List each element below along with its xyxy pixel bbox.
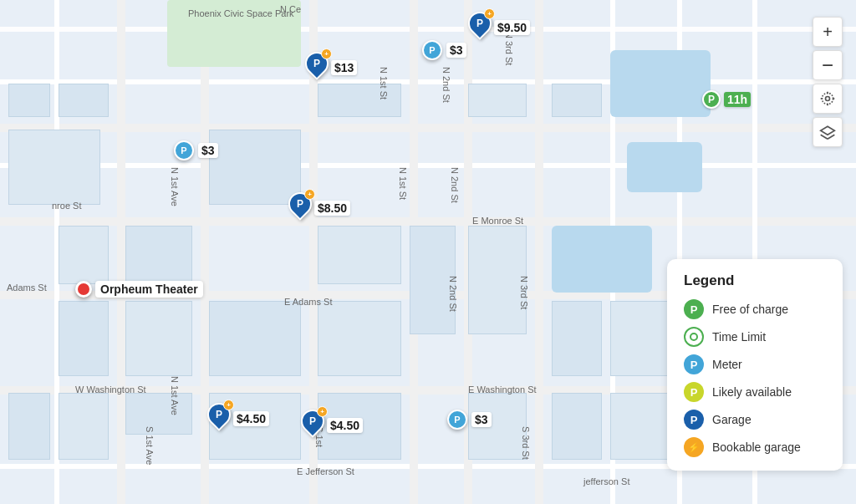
legend: Legend P Free of charge Time Limit P Met…	[667, 259, 843, 471]
legend-bookable-icon: ⚡	[684, 437, 704, 457]
marker-meter-3-bottom-price: $3	[471, 412, 492, 427]
marker-9-50-price: $9.50	[494, 20, 530, 35]
street-label-ewash: E Washington St	[468, 384, 537, 395]
marker-4-50-2[interactable]: P + $4.50	[301, 410, 363, 433]
marker-free-11h-price: 11h	[724, 92, 751, 107]
legend-garage-icon: P	[684, 410, 704, 430]
map[interactable]: Phoenix Civic Space Park N 3rd St N 1st …	[0, 0, 856, 504]
street-label-n1stave: N 1st Ave	[170, 167, 180, 206]
legend-item-garage: P Garage	[684, 410, 826, 430]
orpheum-label: Orpheum Theater	[95, 281, 203, 298]
legend-item-likely: P Likely available	[684, 382, 826, 402]
svg-line-4	[828, 135, 834, 139]
street-label-n1stst2: N 1st St	[398, 167, 408, 200]
street-label-n1stave2: N 1st Ave	[170, 376, 180, 415]
street-label-n2nd: N 2nd St	[441, 67, 451, 103]
legend-likely-label: Likely available	[712, 385, 792, 399]
street-label-n1st: N 1st St	[379, 67, 389, 99]
legend-free-icon: P	[684, 299, 704, 319]
legend-meter-icon: P	[684, 354, 704, 374]
street-label-adams: Adams St	[7, 283, 47, 293]
street-label-eadams: E Adams St	[284, 297, 332, 307]
water-feature-2	[627, 142, 702, 192]
legend-likely-icon: P	[684, 382, 704, 402]
svg-point-0	[826, 97, 830, 101]
street-label-s3rdst: S 3rd St	[521, 426, 531, 460]
street-label-monroe2: E Monroe St	[472, 216, 523, 226]
svg-point-1	[822, 93, 833, 104]
legend-timelimit-icon	[684, 327, 704, 347]
marker-free-11h[interactable]: P 11h	[702, 90, 751, 109]
orpheum-marker[interactable]: Orpheum Theater	[75, 281, 203, 298]
legend-meter-label: Meter	[712, 358, 742, 371]
map-controls: + −	[813, 17, 843, 147]
legend-bookable-label: Bookable garage	[712, 440, 801, 454]
street-label-wwash: W Washington St	[75, 384, 146, 395]
marker-4-50-2-price: $4.50	[327, 418, 363, 433]
marker-meter-3-bottom[interactable]: P $3	[447, 410, 492, 430]
street-label-n3rd: N 3rd St	[504, 32, 514, 65]
water-feature-3	[552, 226, 652, 293]
street-label-nce: N Ce	[280, 4, 301, 14]
street-label-n2ndst3: N 2nd St	[448, 276, 458, 312]
legend-item-timelimit: Time Limit	[684, 327, 826, 347]
street-label-ejeff: E Jefferson St	[297, 466, 354, 476]
legend-free-label: Free of charge	[712, 303, 788, 316]
marker-13[interactable]: P + $13	[305, 52, 357, 75]
legend-title: Legend	[684, 272, 826, 289]
street-label-s1stave: S 1st Ave	[145, 426, 155, 465]
street-label-jeff2: jefferson St	[583, 476, 629, 486]
marker-8-50[interactable]: P + $8.50	[288, 192, 350, 216]
water-feature	[610, 50, 711, 117]
marker-meter-3-top[interactable]: P $3	[422, 40, 466, 60]
street-label-n2ndst2: N 2nd St	[450, 167, 460, 203]
street-label-monroe1: nroe St	[52, 201, 81, 211]
marker-4-50-1-price: $4.50	[233, 411, 269, 426]
marker-13-price: $13	[331, 60, 357, 75]
marker-meter-3-left-price: $3	[198, 143, 218, 158]
zoom-in-button[interactable]: +	[813, 17, 843, 47]
marker-9-50[interactable]: P + $9.50	[468, 12, 530, 35]
legend-item-bookable: ⚡ Bookable garage	[684, 437, 826, 457]
locate-button[interactable]	[813, 84, 843, 114]
legend-timelimit-label: Time Limit	[712, 330, 766, 344]
svg-line-3	[821, 135, 828, 139]
layers-button[interactable]	[813, 117, 843, 147]
legend-item-free: P Free of charge	[684, 299, 826, 319]
legend-garage-label: Garage	[712, 413, 752, 426]
street-label: Phoenix Civic Space Park	[188, 8, 294, 18]
legend-item-meter: P Meter	[684, 354, 826, 374]
free-p-icon: P	[702, 90, 721, 109]
marker-4-50-1[interactable]: P + $4.50	[207, 403, 269, 426]
marker-meter-3-left[interactable]: P $3	[174, 140, 218, 160]
svg-marker-2	[821, 126, 835, 135]
marker-meter-3-top-price: $3	[446, 43, 466, 58]
zoom-out-button[interactable]: −	[813, 50, 843, 80]
street-label-n3rdst2: N 3rd St	[519, 276, 529, 309]
marker-8-50-price: $8.50	[314, 201, 350, 216]
